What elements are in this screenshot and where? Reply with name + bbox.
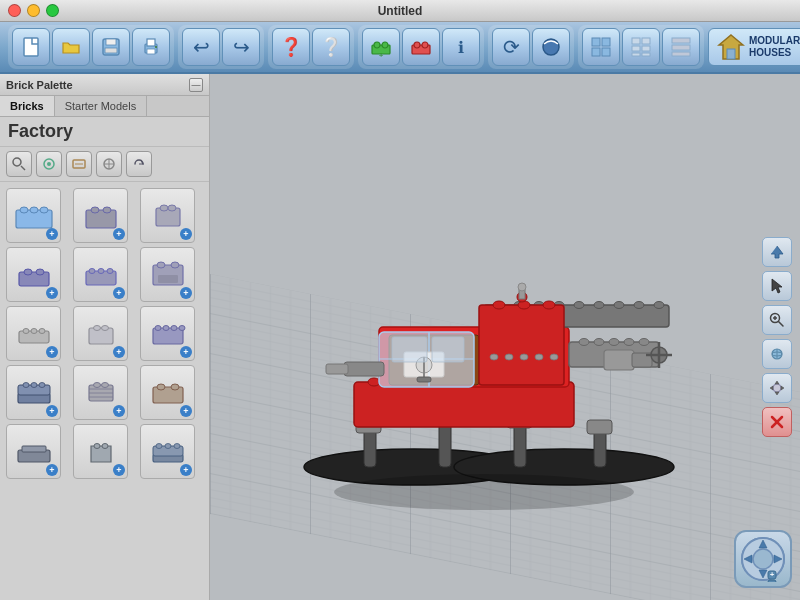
svg-rect-108 <box>587 420 612 434</box>
svg-rect-47 <box>156 208 180 226</box>
svg-rect-88 <box>22 446 46 452</box>
display-toolbar-group <box>578 25 704 69</box>
svg-rect-27 <box>672 45 690 50</box>
list-item[interactable]: + <box>140 424 195 479</box>
rotate-left-button[interactable]: ⟳ <box>492 28 530 66</box>
tool-pan[interactable] <box>762 373 792 403</box>
svg-point-52 <box>36 269 44 275</box>
svg-rect-25 <box>642 53 650 56</box>
detail-view-button[interactable] <box>662 28 700 66</box>
svg-point-82 <box>93 383 100 388</box>
list-item[interactable]: + <box>73 247 128 302</box>
save-button[interactable] <box>92 28 130 66</box>
svg-rect-44 <box>86 210 116 228</box>
info-button[interactable]: ℹ <box>442 28 480 66</box>
palette-filter1-button[interactable] <box>36 151 62 177</box>
add-badge: + <box>180 464 192 476</box>
list-item[interactable]: + <box>6 306 61 361</box>
list-item[interactable]: + <box>140 188 195 243</box>
svg-point-10 <box>382 42 388 48</box>
svg-point-184 <box>753 549 773 569</box>
svg-point-94 <box>165 444 171 449</box>
list-item[interactable]: + <box>73 306 128 361</box>
view-toolbar-group: ⟳ <box>488 25 574 69</box>
modular-houses-button[interactable]: MODULARHOUSES <box>708 28 800 66</box>
svg-point-70 <box>163 326 169 331</box>
print-button[interactable] <box>132 28 170 66</box>
svg-point-110 <box>368 378 380 386</box>
list-item[interactable]: + <box>6 424 61 479</box>
svg-point-132 <box>609 339 619 346</box>
tab-bricks[interactable]: Bricks <box>0 96 55 116</box>
tool-rotate[interactable] <box>762 339 792 369</box>
viewport-tools <box>762 237 792 437</box>
grid-view-button[interactable] <box>582 28 620 66</box>
svg-point-142 <box>614 302 624 309</box>
brick-palette-panel: Brick Palette — Bricks Starter Models Fa… <box>0 74 210 600</box>
svg-rect-30 <box>727 49 735 59</box>
palette-filter2-button[interactable] <box>66 151 92 177</box>
list-item[interactable]: + <box>140 247 195 302</box>
add-badge: + <box>113 346 125 358</box>
list-item[interactable]: + <box>140 365 195 420</box>
svg-point-7 <box>155 46 157 48</box>
tab-starter-models[interactable]: Starter Models <box>55 96 148 116</box>
list-item[interactable]: + <box>73 424 128 479</box>
palette-close-button[interactable]: — <box>189 78 203 92</box>
nav-control[interactable]: + − <box>734 530 792 588</box>
remove-brick-button[interactable] <box>402 28 440 66</box>
svg-point-89 <box>94 444 100 449</box>
svg-point-146 <box>493 301 505 309</box>
svg-point-93 <box>156 444 162 449</box>
svg-point-46 <box>103 207 111 213</box>
maximize-button[interactable] <box>46 4 59 17</box>
new-button[interactable] <box>12 28 50 66</box>
add-badge: + <box>113 464 125 476</box>
svg-rect-160 <box>432 337 464 362</box>
help-button[interactable]: ❔ <box>312 28 350 66</box>
svg-point-62 <box>23 329 29 334</box>
palette-filter3-button[interactable] <box>96 151 122 177</box>
svg-marker-176 <box>775 381 779 384</box>
svg-point-42 <box>30 207 38 213</box>
svg-point-43 <box>40 207 48 213</box>
tool-delete[interactable] <box>762 407 792 437</box>
svg-point-140 <box>574 302 584 309</box>
svg-text:−: − <box>769 578 774 582</box>
list-item[interactable]: + <box>73 365 128 420</box>
select-button[interactable]: ❓ <box>272 28 310 66</box>
add-badge: + <box>46 464 58 476</box>
add-badge: + <box>180 228 192 240</box>
tool-arrow-up[interactable] <box>762 237 792 267</box>
open-button[interactable] <box>52 28 90 66</box>
add-brick-button[interactable]: + <box>362 28 400 66</box>
minimize-button[interactable] <box>27 4 40 17</box>
palette-search-button[interactable] <box>6 151 32 177</box>
svg-point-9 <box>374 42 380 48</box>
list-item[interactable]: + <box>140 306 195 361</box>
list-item[interactable]: + <box>6 188 61 243</box>
palette-scroll-area[interactable]: + + + <box>0 182 209 600</box>
svg-rect-17 <box>602 38 610 46</box>
svg-point-59 <box>171 262 179 268</box>
svg-rect-159 <box>392 337 427 362</box>
svg-point-55 <box>98 269 104 274</box>
list-item[interactable]: + <box>6 365 61 420</box>
list-item[interactable]: + <box>73 188 128 243</box>
svg-point-83 <box>101 383 108 388</box>
svg-text:+: + <box>379 51 384 58</box>
palette-refresh-button[interactable] <box>126 151 152 177</box>
tool-cursor[interactable] <box>762 271 792 301</box>
viewport[interactable]: + − <box>210 74 800 600</box>
add-badge: + <box>46 405 58 417</box>
list-view-button[interactable] <box>622 28 660 66</box>
tool-zoom[interactable] <box>762 305 792 335</box>
rotate-right-button[interactable] <box>532 28 570 66</box>
undo-button[interactable]: ↩ <box>182 28 220 66</box>
close-button[interactable] <box>8 4 21 17</box>
list-item[interactable]: + <box>6 247 61 302</box>
help-toolbar-group: ❓ ❔ <box>268 25 354 69</box>
window-controls[interactable] <box>8 4 59 17</box>
svg-rect-22 <box>632 46 640 51</box>
redo-button[interactable]: ↪ <box>222 28 260 66</box>
